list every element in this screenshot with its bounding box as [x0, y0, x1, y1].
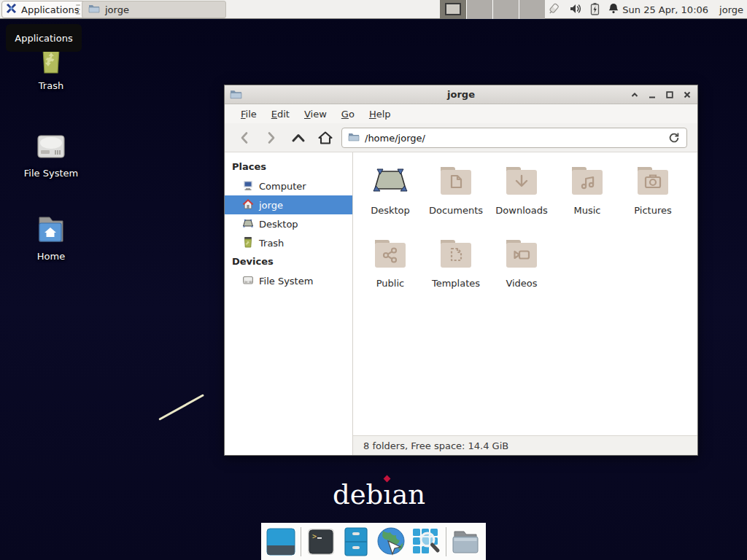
folder-item-public[interactable]: Public [357, 236, 423, 306]
sidebar-item-desktop[interactable]: Desktop [225, 214, 352, 233]
workspace-4[interactable] [519, 0, 545, 19]
show-desktop-icon[interactable] [266, 526, 295, 557]
stylus-icon[interactable] [547, 2, 561, 18]
sidebar-item-trash[interactable]: Trash [225, 233, 352, 252]
workspace-1[interactable] [440, 0, 466, 19]
app-finder-icon[interactable] [411, 526, 441, 557]
folder-label: Documents [423, 205, 489, 216]
sidebar-item-computer[interactable]: Computer [225, 176, 352, 195]
desktop-icon [242, 217, 254, 231]
volume-icon[interactable] [569, 3, 582, 17]
folder-item-desktop[interactable]: Desktop [357, 163, 423, 233]
folder-label: Public [357, 278, 423, 289]
taskbar-folder-icon [88, 4, 100, 15]
desktop-stray-line [158, 394, 204, 421]
desktop-icon-home[interactable]: Home [18, 213, 84, 262]
folder-view: Desktop Documents [353, 152, 697, 455]
documents-folder-icon [423, 166, 489, 198]
folder-label: Desktop [357, 205, 423, 216]
applications-menu-label: Applications [21, 4, 79, 15]
menu-go[interactable]: Go [334, 106, 362, 122]
system-tray [547, 0, 619, 19]
debian-logo-text: deb [333, 479, 383, 510]
drive-icon [242, 274, 254, 288]
username-label[interactable]: jorge [719, 4, 743, 15]
toolbar [225, 123, 697, 152]
terminal-icon[interactable]: > [306, 526, 336, 557]
sidebar-places-header: Places [225, 158, 352, 176]
sidebar-item-jorge[interactable]: jorge [225, 195, 352, 214]
top-panel: Applications jorge [0, 0, 747, 19]
applications-menu-button[interactable]: Applications [1, 1, 86, 18]
applications-icon [5, 2, 18, 17]
close-icon[interactable] [682, 90, 692, 100]
notifications-icon[interactable] [608, 2, 619, 17]
folder-item-templates[interactable]: Templates [423, 236, 489, 306]
folder-label: Downloads [489, 205, 554, 216]
folder-item-pictures[interactable]: Pictures [620, 163, 686, 233]
folder-item-music[interactable]: Music [554, 163, 620, 233]
clock-label[interactable]: Sun 25 Apr, 10:06 [622, 4, 708, 15]
desktop-icon-file-system[interactable]: File System [18, 130, 84, 179]
public-folder-icon [357, 238, 423, 271]
forward-icon[interactable] [262, 128, 281, 147]
dock-panel: > [261, 523, 486, 560]
workspace-window-preview [445, 3, 461, 15]
sidebar-item-label: File System [259, 276, 313, 287]
downloads-folder-icon [489, 166, 554, 198]
pictures-folder-icon [620, 166, 686, 198]
folder-label: Music [554, 205, 620, 216]
menu-file[interactable]: File [233, 106, 264, 122]
window-titlebar[interactable]: jorge [225, 85, 697, 104]
file-manager-window: jorge File Edit View Go Help [224, 85, 698, 456]
sidebar-item-label: jorge [259, 200, 283, 211]
home-folder-icon [18, 213, 84, 247]
battery-icon[interactable] [590, 2, 600, 18]
folder-label: Pictures [620, 205, 686, 216]
minimize-icon[interactable] [647, 90, 657, 100]
file-cabinet-icon[interactable] [341, 526, 370, 557]
sidebar-item-file-system[interactable]: File System [225, 271, 352, 290]
workspace-pager [440, 0, 545, 19]
debian-logo-i: ı [383, 479, 392, 510]
desktop-folder-icon [357, 166, 423, 198]
directory-menu-icon[interactable] [452, 526, 481, 557]
shade-icon[interactable] [630, 90, 639, 100]
home-icon[interactable] [316, 128, 335, 147]
path-bar[interactable] [341, 128, 687, 148]
menu-help[interactable]: Help [362, 106, 398, 122]
debian-logo: debıan [333, 481, 425, 508]
sidebar-item-label: Computer [259, 181, 306, 192]
taskbar-window-button[interactable]: jorge [82, 1, 226, 18]
web-browser-icon[interactable] [376, 526, 406, 557]
maximize-icon[interactable] [665, 90, 674, 100]
folder-item-downloads[interactable]: Downloads [489, 163, 554, 233]
reload-icon[interactable] [666, 130, 682, 146]
taskbar-window-label: jorge [105, 4, 129, 15]
applications-tooltip: Applications [6, 24, 82, 52]
back-icon[interactable] [235, 128, 254, 147]
workspace-2[interactable] [466, 0, 492, 19]
panel-clock-area: Sun 25 Apr, 10:06 jorge [622, 0, 743, 19]
panel-grip-handle[interactable] [76, 4, 80, 15]
sidebar-item-label: Trash [259, 238, 284, 249]
statusbar-text: 8 folders, Free space: 14.4 GiB [363, 440, 508, 451]
trash-icon [242, 236, 254, 250]
desktop-root: { "panel": { "applications_label": "Appl… [0, 0, 747, 560]
computer-icon [242, 179, 254, 193]
workspace-3[interactable] [492, 0, 519, 19]
folder-item-documents[interactable]: Documents [423, 163, 489, 233]
sidebar-item-label: Desktop [259, 219, 298, 230]
sidebar-devices-header: Devices [225, 252, 352, 271]
menu-view[interactable]: View [297, 106, 334, 122]
path-input[interactable] [365, 133, 666, 144]
svg-text:>: > [312, 532, 317, 540]
up-icon[interactable] [289, 128, 308, 147]
folder-item-videos[interactable]: Videos [489, 236, 554, 306]
folder-label: Videos [489, 278, 554, 289]
menu-edit[interactable]: Edit [264, 106, 297, 122]
tooltip-text: Applications [15, 33, 72, 44]
dock-separator [446, 527, 446, 556]
home-icon [242, 198, 254, 212]
dock-separator [301, 527, 301, 556]
